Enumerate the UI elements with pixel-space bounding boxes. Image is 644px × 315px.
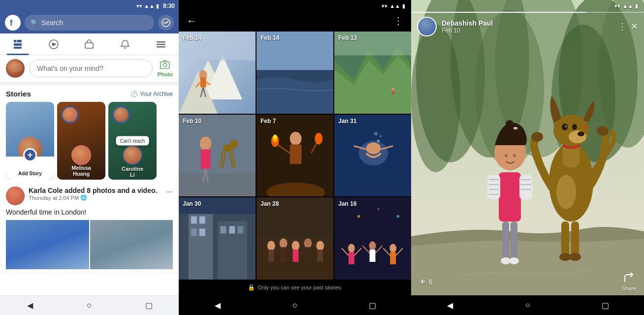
story-date-6: Jan 31: [338, 118, 356, 125]
svg-rect-10: [157, 44, 165, 45]
archive-icon: 🕐: [130, 91, 138, 97]
stories-nav-back[interactable]: ◀: [205, 295, 230, 315]
stories-back-button[interactable]: ←: [187, 15, 196, 27]
svg-line-48: [233, 143, 238, 144]
story-date-1: Feb 14: [183, 34, 201, 41]
svg-point-83: [280, 239, 288, 249]
viewer-user-info: Debashish Paul Feb 10: [442, 19, 613, 34]
svg-rect-76: [229, 226, 235, 234]
feed-nav-back[interactable]: ◀: [18, 296, 42, 315]
stories-battery-icon: ▮: [402, 3, 405, 9]
story-thumb-1[interactable]: Feb 14: [179, 32, 256, 114]
stories-grid: Feb 14 Feb 14: [179, 32, 411, 280]
lock-icon: 🔒: [248, 284, 255, 291]
svg-rect-90: [317, 250, 323, 262]
svg-point-57: [315, 132, 322, 144]
story-main-image[interactable]: [411, 0, 644, 315]
svg-point-55: [274, 134, 277, 139]
svg-rect-84: [281, 248, 287, 262]
svg-point-102: [389, 244, 396, 253]
feed-nav-recent[interactable]: ▢: [137, 296, 161, 315]
nav-marketplace[interactable]: [78, 33, 100, 55]
stories-grid-panel: ▾▾ ▲▲ ▮ ← ⋮: [179, 0, 411, 315]
status-time: 8:30: [163, 2, 175, 9]
post-user-name: Karla Cole added 8 photos and a video.: [29, 187, 161, 194]
story-date-5: Feb 7: [260, 118, 276, 125]
stories-more-button[interactable]: ⋮: [393, 15, 403, 27]
viewer-status-bar: ▾▾ ▲▲ ▮: [411, 0, 644, 12]
svg-rect-21: [200, 77, 206, 87]
story-thumb-7[interactable]: Jan 30: [179, 197, 256, 280]
svg-point-108: [396, 215, 399, 218]
photo-button[interactable]: Photo: [158, 60, 173, 77]
whats-on-mind-input[interactable]: What's on your mind?: [30, 60, 153, 77]
svg-point-148: [569, 130, 586, 143]
svg-point-87: [304, 239, 312, 249]
status-bar: ▾▾ ▲▲ ▮ 8:30: [0, 0, 179, 12]
story-thumb-6[interactable]: Jan 31: [334, 115, 411, 197]
viewer-close-button[interactable]: ✕: [631, 21, 638, 32]
nav-menu[interactable]: [150, 33, 172, 55]
svg-rect-38: [201, 149, 211, 169]
svg-point-141: [569, 253, 581, 261]
story-viewer-panel: ▾▾ ▲▲ ▮: [411, 0, 644, 315]
svg-point-98: [369, 242, 376, 251]
svg-rect-118: [502, 221, 509, 261]
svg-point-65: [377, 139, 380, 142]
story-thumb-2[interactable]: Feb 14: [257, 32, 333, 114]
svg-rect-103: [390, 252, 396, 264]
story-thumb-5[interactable]: Feb 7: [257, 115, 333, 197]
story-card-caroline[interactable]: Can't reach CarolineLi: [108, 102, 157, 180]
viewer-battery-icon: ▮: [635, 3, 638, 9]
add-story-card[interactable]: Add Story +: [6, 102, 54, 180]
story-thumb-3[interactable]: Feb 13: [334, 32, 411, 114]
archive-button[interactable]: 🕐 Your Archive: [130, 91, 173, 97]
svg-point-107: [377, 208, 379, 210]
viewer-signal-icon: ▲▲: [622, 3, 633, 9]
story-thumb-9[interactable]: Jan 16: [334, 197, 411, 280]
svg-rect-88: [305, 248, 311, 262]
viewer-more-button[interactable]: ⋮: [618, 21, 627, 32]
svg-rect-128: [519, 175, 532, 199]
story-viewer-footer: 👁 6 Share: [411, 269, 644, 295]
nav-home[interactable]: [7, 33, 29, 55]
svg-rect-72: [199, 217, 205, 224]
svg-point-37: [200, 136, 212, 150]
feed-panel: ▾▾ ▲▲ ▮ 8:30 f 🔍 Search: [0, 0, 179, 315]
post-images: [6, 220, 173, 269]
messenger-button[interactable]: [158, 15, 174, 31]
svg-point-81: [267, 241, 275, 251]
nav-video[interactable]: [43, 33, 64, 55]
viewer-views: 👁 6: [419, 278, 433, 286]
story-avatar-caroline: [112, 106, 130, 124]
svg-rect-11: [157, 46, 165, 48]
stories-nav-recent[interactable]: ▢: [360, 295, 385, 315]
post-image-1: [6, 220, 89, 269]
viewer-user-avatar: [417, 17, 437, 36]
viewer-nav-recent[interactable]: ▢: [593, 295, 617, 315]
viewer-android-nav: ◀ ○ ▢: [411, 295, 644, 315]
story-thumb-8[interactable]: Jan 28: [257, 197, 333, 280]
story-thumb-4[interactable]: Feb 10: [179, 115, 256, 197]
stories-status-bar: ▾▾ ▲▲ ▮: [179, 0, 411, 12]
svg-point-144: [531, 132, 543, 142]
svg-point-134: [506, 120, 514, 128]
story-card-melissa[interactable]: MelissaHuang: [57, 102, 105, 180]
viewer-share-button[interactable]: Share: [622, 273, 636, 291]
post-more-button[interactable]: ···: [165, 187, 173, 197]
svg-rect-3: [17, 40, 22, 42]
nav-notifications[interactable]: [114, 33, 136, 55]
search-icon: 🔍: [31, 19, 38, 27]
stories-footer: 🔒 Only you can see your past stories.: [179, 280, 411, 295]
svg-rect-34: [392, 91, 394, 94]
stories-nav-home[interactable]: ○: [283, 295, 307, 315]
post-section: Karla Cole added 8 photos and a video. T…: [0, 182, 179, 273]
svg-rect-5: [14, 47, 22, 49]
add-story-btn[interactable]: +: [23, 148, 37, 162]
svg-rect-77: [237, 226, 243, 234]
feed-nav-home[interactable]: ○: [77, 296, 102, 315]
svg-rect-4: [14, 43, 22, 46]
viewer-nav-home[interactable]: ○: [515, 295, 540, 315]
viewer-nav-back[interactable]: ◀: [438, 295, 462, 315]
search-bar[interactable]: 🔍 Search: [25, 15, 154, 31]
